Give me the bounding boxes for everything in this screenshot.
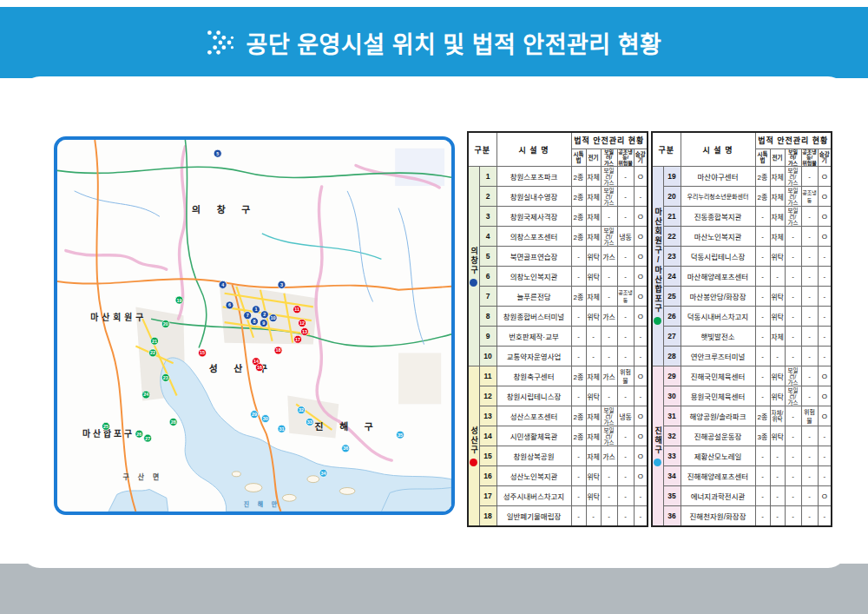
facility-name-cell: 교통약자운영사업 xyxy=(496,347,571,366)
map-marker-number: 34 xyxy=(321,471,326,476)
value-cell: - xyxy=(586,327,601,347)
footer-band xyxy=(0,564,868,614)
map-marker-number: 3 xyxy=(280,282,283,287)
value-cell: - xyxy=(617,486,634,506)
status-sub-column-header: 공조냉동/위험물 xyxy=(801,149,818,167)
value-cell: - xyxy=(634,386,648,406)
table-row: 30용원국민체육센터-위탁보일러/가스-O xyxy=(652,386,832,406)
value-cell: - xyxy=(617,466,634,486)
value-cell: - xyxy=(601,267,617,287)
value-cell: - xyxy=(571,247,586,267)
value-cell: 위탁 xyxy=(586,486,601,506)
map-marker-number: 20 xyxy=(163,321,168,327)
value-cell: - xyxy=(770,486,785,506)
value-cell: 2종 xyxy=(755,406,770,426)
value-cell: 2종 xyxy=(571,187,586,207)
value-cell: 공조냉동 xyxy=(617,287,634,307)
map-marker-number: 29 xyxy=(252,412,257,417)
status-sub-column-header: 시특법 xyxy=(571,149,586,167)
value-cell: - xyxy=(571,347,586,366)
value-cell: - xyxy=(571,506,586,526)
column-header-group: 구분 xyxy=(468,132,496,167)
row-number-cell: 34 xyxy=(663,466,681,486)
page-title: 공단 운영시설 위치 및 법적 안전관리 현황 xyxy=(247,26,662,60)
facility-name-cell: 진동종합복지관 xyxy=(681,207,755,227)
map-marker-number: 15 xyxy=(200,350,205,355)
value-cell: - xyxy=(785,406,801,426)
value-cell: - xyxy=(617,187,634,207)
status-sub-column-header: 보일러/가스 xyxy=(601,149,617,167)
value-cell: - xyxy=(801,386,818,406)
value-cell: 냉동 xyxy=(617,227,634,247)
row-number-cell: 24 xyxy=(663,267,681,287)
table-row: 마산회원구/마산합포구19마산야구센터2종자체보일러/가스-O xyxy=(652,167,832,187)
value-cell: - xyxy=(770,506,785,526)
row-number-cell: 35 xyxy=(663,486,681,506)
value-cell: - xyxy=(801,207,818,227)
table-header-row: 구분시 설 명법적 안전관리 현황 xyxy=(468,132,648,149)
map-marker-number: 31 xyxy=(279,426,284,432)
row-number-cell: 13 xyxy=(479,406,496,426)
value-cell: - xyxy=(755,227,770,247)
value-cell: - xyxy=(617,386,634,406)
row-number-cell: 36 xyxy=(663,506,681,526)
table-row: 7늘푸른전당2종자체-공조냉동O xyxy=(468,287,648,307)
map-marker-number: 21 xyxy=(152,339,157,344)
value-cell: 2종 xyxy=(571,207,586,227)
facility-name-cell: 의창노인복지관 xyxy=(496,267,571,287)
value-cell: 위탁 xyxy=(770,366,785,386)
group-dot-seongsan xyxy=(470,459,477,466)
value-cell: - xyxy=(785,247,801,267)
value-cell: - xyxy=(818,347,832,366)
value-cell: O xyxy=(634,466,648,486)
value-cell: 위탁 xyxy=(586,386,601,406)
value-cell: - xyxy=(801,247,818,267)
value-cell: - xyxy=(785,506,801,526)
value-cell: - xyxy=(801,307,818,327)
column-header-facility: 시 설 명 xyxy=(496,132,571,167)
row-number-cell: 28 xyxy=(663,347,681,366)
map-district-label: 진 해 구 xyxy=(315,420,380,432)
value-cell: 자체 xyxy=(770,207,785,227)
table-row: 성산구11창원축구센터2종자체가스위험물O xyxy=(468,366,648,386)
value-cell: 2종 xyxy=(571,167,586,187)
map-marker-number: 23 xyxy=(163,375,168,380)
row-number-cell: 4 xyxy=(479,227,496,247)
value-cell: 2종 xyxy=(571,227,586,247)
map-marker-number: 33 xyxy=(307,419,312,425)
row-number-cell: 3 xyxy=(479,207,496,227)
value-cell: - xyxy=(755,486,770,506)
value-cell: O xyxy=(634,426,648,446)
value-cell: - xyxy=(755,386,770,406)
value-cell: - xyxy=(617,506,634,526)
value-cell: - xyxy=(818,327,832,347)
table-row: 20우리누리청소년문화센터2종자체보일러/가스공조냉동O xyxy=(652,187,832,207)
value-cell: 2종 xyxy=(571,426,586,446)
value-cell: - xyxy=(801,227,818,247)
value-cell: - xyxy=(617,426,634,446)
value-cell: - xyxy=(818,466,832,486)
table-row: 진해구29진해국민체육센터-위탁보일러/가스-O xyxy=(652,366,832,386)
map-marker-number: 10 xyxy=(271,315,276,320)
row-number-cell: 5 xyxy=(479,247,496,267)
value-cell: 위탁 xyxy=(770,386,785,406)
table-row: 13성산스포츠센터2종자체보일러/가스냉동O xyxy=(468,406,648,426)
value-cell: 위탁 xyxy=(770,287,785,307)
value-cell: - xyxy=(617,167,634,187)
table-row: 의창구1창원스포츠파크2종자체보일러/가스-O xyxy=(468,167,648,187)
table-row: 17성주시내버스차고지-위탁--- xyxy=(468,486,648,506)
value-cell: 자체 xyxy=(770,227,785,247)
value-cell: - xyxy=(801,446,818,466)
table-row: 31해양공원/솔라파크2종자체/위탁-위험물O xyxy=(652,406,832,426)
facility-name-cell: 용원국민체육센터 xyxy=(681,386,755,406)
group-label-masan: 마산회원구/마산합포구 xyxy=(652,167,663,366)
table-row: 28연안크루즈터미널----- xyxy=(652,347,832,366)
facility-name-cell: 일반폐기물매립장 xyxy=(496,506,571,526)
table-row: 21진동종합복지관-자체보일러/가스-O xyxy=(652,207,832,227)
value-cell: O xyxy=(818,406,832,426)
value-cell: - xyxy=(571,327,586,347)
value-cell: 3종 xyxy=(755,426,770,446)
value-cell: - xyxy=(617,207,634,227)
value-cell: O xyxy=(818,386,832,406)
value-cell: 자체/위탁 xyxy=(770,406,785,426)
